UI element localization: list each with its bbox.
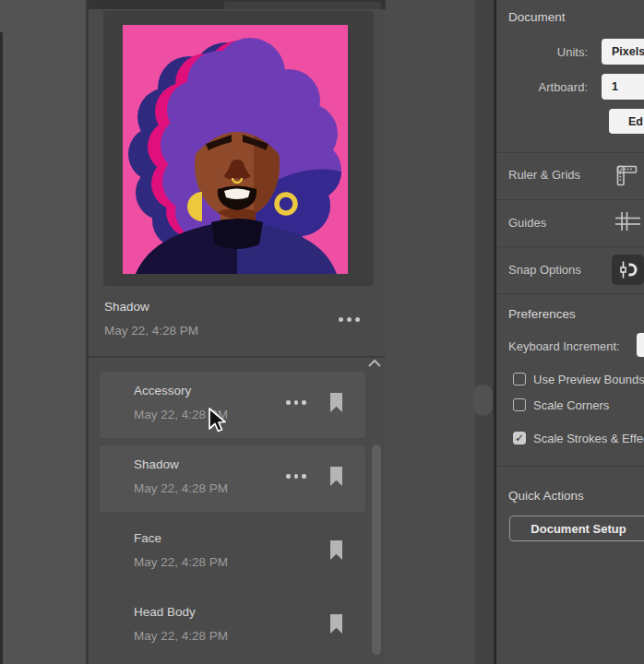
document-section-title: Document [508, 10, 566, 24]
snap-options-label: Snap Options [508, 263, 581, 277]
more-options-icon[interactable] [286, 400, 306, 405]
bookmark-icon[interactable] [330, 393, 342, 412]
canvas-area [0, 0, 86, 664]
version-timestamp: May 22, 4:28 PM [134, 481, 228, 495]
keyboard-increment-input[interactable] [637, 333, 644, 357]
section-divider [496, 293, 644, 294]
snap-options-button[interactable] [612, 255, 644, 285]
guides-icon[interactable] [615, 210, 640, 232]
version-item-shadow[interactable]: Shadow May 22, 4:28 PM [100, 445, 365, 512]
preferences-section-title: Preferences [508, 307, 576, 321]
section-divider [496, 246, 644, 247]
keyboard-increment-label: Keyboard Increment: [508, 339, 620, 353]
snap-magnet-icon [618, 260, 638, 279]
splitter-strip [475, 0, 494, 664]
version-item-accessory[interactable]: Accessory May 22, 4:28 PM [100, 372, 365, 438]
ruler-grids-icon[interactable] [616, 165, 638, 186]
ruler-grids-label: Ruler & Grids [508, 168, 580, 182]
more-options-icon[interactable] [286, 474, 306, 479]
edit-button-label: Ed [628, 115, 643, 128]
version-timestamp: May 22, 4:28 PM [134, 555, 228, 569]
bookmark-icon[interactable] [330, 540, 342, 560]
bookmark-icon[interactable] [330, 467, 342, 486]
scrollbar-thumb[interactable] [372, 445, 381, 655]
selected-version-timestamp: May 22, 4:28 PM [104, 324, 198, 338]
scale-strokes-effects-checkbox[interactable]: ✓ [513, 432, 526, 445]
scale-corners-checkbox[interactable] [513, 398, 526, 411]
edit-artboards-button[interactable]: Ed [609, 109, 644, 134]
window-edge [0, 32, 3, 664]
version-item-head-body[interactable]: Head Body May 22, 4:28 PM [100, 593, 365, 659]
more-options-icon[interactable] [339, 317, 360, 322]
artboard-value: 1 [612, 80, 618, 93]
artboard-label: Artboard: [508, 80, 588, 94]
splitter-handle[interactable] [473, 385, 493, 416]
scrolled-card-edge-segment [224, 2, 381, 9]
section-divider [496, 466, 644, 467]
version-timestamp: May 22, 4:28 PM [134, 629, 228, 643]
quick-actions-section-title: Quick Actions [508, 489, 584, 503]
scroll-up-icon[interactable] [367, 359, 382, 368]
portrait-illustration [123, 25, 348, 274]
app-window: Shadow May 22, 4:28 PM Accessory May 22,… [0, 0, 644, 664]
units-dropdown[interactable]: Pixels [602, 39, 644, 65]
section-divider [496, 199, 644, 200]
panel-gutter [386, 0, 475, 664]
scale-corners-label: Scale Corners [533, 398, 609, 412]
version-item-face[interactable]: Face May 22, 4:28 PM [100, 519, 365, 586]
version-title: Accessory [134, 384, 191, 397]
document-setup-button[interactable]: Document Setup [509, 516, 644, 541]
version-title: Shadow [134, 457, 179, 471]
use-preview-bounds-label: Use Preview Bounds [533, 373, 644, 386]
bookmark-icon[interactable] [330, 614, 342, 634]
section-divider [496, 152, 644, 153]
properties-panel [496, 0, 644, 664]
units-value: Pixels [612, 45, 644, 58]
units-label: Units: [508, 45, 588, 59]
version-timestamp: May 22, 4:28 PM [134, 408, 228, 421]
list-divider [89, 356, 386, 358]
version-title: Head Body [134, 605, 196, 619]
artboard-input[interactable]: 1 [602, 74, 644, 100]
scale-strokes-effects-label: Scale Strokes & Effects [533, 432, 644, 445]
use-preview-bounds-checkbox[interactable] [513, 373, 526, 385]
guides-label: Guides [508, 216, 546, 230]
version-title: Face [134, 531, 161, 545]
selected-version-title: Shadow [104, 300, 149, 314]
version-thumbnail[interactable] [123, 25, 348, 274]
